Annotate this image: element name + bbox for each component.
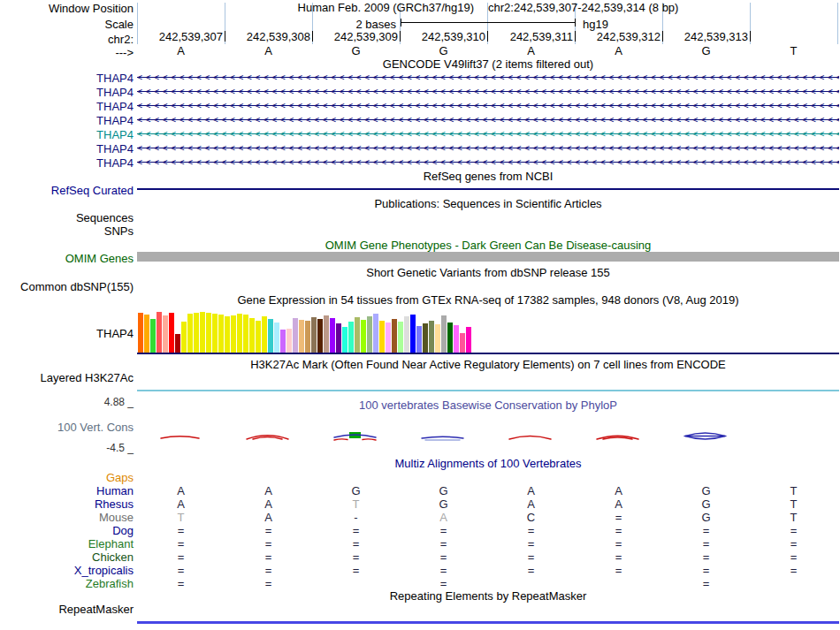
alignment-base: = xyxy=(703,550,710,564)
alignment-base: A xyxy=(527,484,535,497)
alignment-base: T xyxy=(178,511,185,524)
multiz-alignment-rows: GapsHumanAAGGAAGTRhesusAATGAAGTMouseTA-A… xyxy=(0,0,840,630)
alignment-base: G xyxy=(701,497,710,511)
alignment-base: G xyxy=(701,484,710,497)
alignment-base: T xyxy=(353,497,360,511)
alignment-base: T xyxy=(790,484,798,497)
alignment-base: = xyxy=(265,577,272,590)
alignment-base: = xyxy=(615,564,622,577)
alignment-base: G xyxy=(439,484,447,497)
alignment-base: = xyxy=(703,564,710,577)
alignment-base: = xyxy=(178,550,185,564)
alignment-base: = xyxy=(178,564,185,577)
species-label[interactable]: Zebrafish xyxy=(0,577,134,590)
alignment-base: A xyxy=(264,484,272,497)
alignment-base: A xyxy=(615,497,622,511)
repeatmasker-track-label[interactable]: RepeatMasker xyxy=(0,603,134,616)
alignment-base: = xyxy=(265,524,272,537)
alignment-base: = xyxy=(440,537,447,550)
alignment-base: = xyxy=(178,577,185,590)
alignment-base: = xyxy=(353,564,360,577)
alignment-base: C xyxy=(527,511,535,524)
alignment-base: = xyxy=(790,537,798,550)
alignment-base: = xyxy=(353,550,360,564)
alignment-base: = xyxy=(790,524,798,537)
alignment-base: A xyxy=(527,497,535,511)
species-label[interactable]: Human xyxy=(0,484,134,497)
repeatmasker-track-title[interactable]: Repeating Elements by RepeatMasker xyxy=(137,590,839,603)
species-label[interactable]: X_tropicalis xyxy=(0,564,134,577)
alignment-base: = xyxy=(353,524,360,537)
alignment-base: T xyxy=(790,511,798,524)
species-label[interactable]: Mouse xyxy=(0,511,134,524)
alignment-base: T xyxy=(790,497,798,511)
species-label[interactable]: Elephant xyxy=(0,537,134,550)
alignment-base: = xyxy=(528,564,535,577)
alignment-base: = xyxy=(703,577,710,590)
alignment-base: = xyxy=(790,550,798,564)
alignment-base: = xyxy=(615,537,622,550)
alignment-base: A xyxy=(177,497,185,511)
alignment-base: = xyxy=(703,524,710,537)
alignment-base: A xyxy=(264,511,272,524)
alignment-base: A xyxy=(177,484,185,497)
alignment-base: = xyxy=(440,564,447,577)
species-label[interactable]: Rhesus xyxy=(0,497,134,511)
alignment-base: = xyxy=(440,577,447,590)
alignment-base: A xyxy=(264,497,272,511)
alignment-base: G xyxy=(439,497,447,511)
alignment-base: G xyxy=(701,511,710,524)
alignment-base: A xyxy=(615,484,622,497)
alignment-base: G xyxy=(351,484,360,497)
alignment-base: = xyxy=(440,524,447,537)
alignment-base: = xyxy=(528,537,535,550)
alignment-base: = xyxy=(178,537,185,550)
species-label[interactable]: Dog xyxy=(0,524,134,537)
bottom-border-line xyxy=(137,621,839,624)
alignment-base: A xyxy=(439,511,447,524)
genome-browser-image: Window Position Human Feb. 2009 (GRCh37/… xyxy=(0,0,840,630)
alignment-base: = xyxy=(615,550,622,564)
alignment-base: = xyxy=(265,550,272,564)
alignment-base: = xyxy=(353,537,360,550)
species-label[interactable]: Chicken xyxy=(0,550,134,564)
alignment-base: = xyxy=(528,550,535,564)
species-label[interactable]: Gaps xyxy=(0,471,134,484)
alignment-base: = xyxy=(178,524,185,537)
alignment-base: = xyxy=(703,537,710,550)
alignment-base: = xyxy=(440,550,447,564)
alignment-base: = xyxy=(265,564,272,577)
alignment-base: = xyxy=(265,537,272,550)
alignment-base: = xyxy=(528,524,535,537)
alignment-base: - xyxy=(354,511,357,524)
alignment-base: = xyxy=(615,524,622,537)
alignment-base: = xyxy=(615,511,622,524)
alignment-base: = xyxy=(790,564,798,577)
